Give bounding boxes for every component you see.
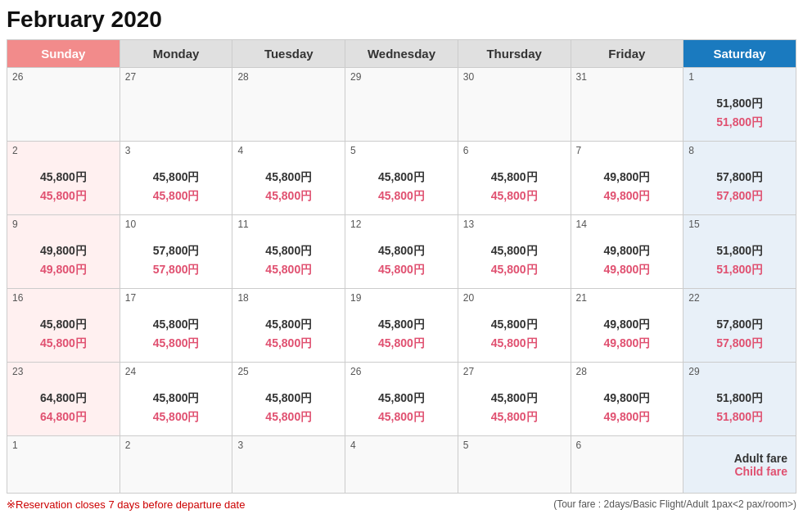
day-number: 10 — [125, 219, 136, 230]
day-number: 7 — [576, 145, 582, 156]
child-fare: 49,800円 — [603, 334, 650, 352]
child-fare: 45,800円 — [153, 408, 200, 426]
adult-fare: 45,800円 — [491, 389, 538, 407]
adult-fare: 45,800円 — [265, 389, 312, 407]
calendar-cell-28-col2: 28 — [232, 68, 345, 142]
day-number: 15 — [688, 219, 699, 230]
adult-fare: 45,800円 — [153, 389, 200, 407]
calendar-cell-29-col6: 2951,800円51,800円 — [683, 363, 796, 436]
calendar-cell-27-col4: 2745,800円45,800円 — [458, 363, 571, 436]
child-fare: 45,800円 — [378, 334, 425, 352]
child-fare: 49,800円 — [603, 187, 650, 205]
adult-fare: 57,800円 — [716, 315, 763, 333]
child-fare: 45,800円 — [153, 334, 200, 352]
day-number: 20 — [463, 292, 474, 304]
calendar-cell-9-col0: 949,800円49,800円 — [7, 215, 120, 289]
calendar-cell-3-col1: 345,800円45,800円 — [120, 142, 232, 215]
calendar-cell-11-col2: 1145,800円45,800円 — [232, 215, 345, 289]
fare-block: 45,800円45,800円 — [11, 300, 116, 367]
fare-block: 57,800円57,800円 — [124, 227, 229, 293]
fare-block: 45,800円45,800円 — [349, 374, 454, 440]
fare-block: 51,800円51,800円 — [687, 79, 792, 146]
day-number: 11 — [237, 219, 248, 230]
footer: ※Reservation closes 7 days before depart… — [7, 498, 796, 511]
fare-block: 49,800円49,800円 — [11, 227, 116, 293]
fare-block: 45,800円45,800円 — [462, 227, 567, 293]
child-fare: 45,800円 — [265, 334, 312, 352]
calendar-cell-30-col4: 30 — [458, 68, 571, 142]
fare-block: 45,800円45,800円 — [236, 227, 341, 293]
adult-fare: 49,800円 — [40, 241, 87, 259]
child-fare: 45,800円 — [40, 187, 87, 205]
child-fare: 45,800円 — [491, 408, 538, 426]
adult-fare: 45,800円 — [378, 389, 425, 407]
adult-fare: 64,800円 — [40, 389, 87, 407]
child-fare: 57,800円 — [153, 260, 200, 278]
child-fare: 45,800円 — [265, 260, 312, 278]
day-number: 24 — [125, 366, 136, 377]
day-number: 18 — [237, 292, 248, 304]
week-row-4: 2364,800円64,800円2445,800円45,800円2545,800… — [7, 363, 796, 436]
week-row-5: 123456Adult fareChild fare — [7, 436, 796, 494]
child-fare: 51,800円 — [716, 260, 763, 278]
calendar-cell-6-col4: 645,800円45,800円 — [458, 142, 571, 215]
header-thursday: Thursday — [458, 40, 571, 68]
adult-fare: 49,800円 — [603, 241, 650, 259]
adult-fare: 45,800円 — [153, 315, 200, 333]
child-fare: 49,800円 — [603, 260, 650, 278]
day-number: 1 — [12, 440, 18, 451]
day-number: 27 — [463, 366, 474, 377]
legend-adult-label: Adult fare — [687, 452, 787, 465]
fare-block: 45,800円45,800円 — [349, 153, 454, 219]
day-number: 31 — [576, 71, 587, 83]
fare-block: 49,800円49,800円 — [575, 153, 680, 219]
adult-fare: 49,800円 — [603, 168, 650, 186]
child-fare: 49,800円 — [40, 260, 87, 278]
adult-fare: 45,800円 — [40, 168, 87, 186]
calendar-cell-12-col3: 1245,800円45,800円 — [345, 215, 458, 289]
calendar-table: SundayMondayTuesdayWednesdayThursdayFrid… — [7, 39, 796, 494]
day-number: 16 — [12, 292, 23, 304]
child-fare: 51,800円 — [716, 408, 763, 426]
child-fare: 45,800円 — [491, 334, 538, 352]
day-number: 12 — [350, 219, 361, 230]
adult-fare: 45,800円 — [265, 168, 312, 186]
day-number: 22 — [688, 292, 699, 304]
calendar-cell-26-col3: 2645,800円45,800円 — [345, 363, 458, 436]
day-number: 17 — [125, 292, 136, 304]
calendar-cell-2-col0: 245,800円45,800円 — [7, 142, 120, 215]
day-number: 26 — [12, 71, 23, 83]
fare-block: 57,800円57,800円 — [687, 153, 792, 219]
day-number: 3 — [125, 145, 131, 156]
adult-fare: 45,800円 — [491, 168, 538, 186]
week-row-0: 262728293031151,800円51,800円 — [7, 68, 796, 142]
fare-block: 45,800円45,800円 — [462, 153, 567, 219]
day-number: 19 — [350, 292, 361, 304]
calendar-cell-20-col4: 2045,800円45,800円 — [458, 289, 571, 363]
day-number: 27 — [125, 71, 136, 83]
header-friday: Friday — [571, 40, 683, 68]
calendar-cell-6-col5: 6 — [571, 436, 683, 494]
calendar-cell-8-col6: 857,800円57,800円 — [683, 142, 796, 215]
calendar-cell-16-col0: 1645,800円45,800円 — [7, 289, 120, 363]
day-number: 23 — [12, 366, 23, 377]
calendar-cell-5-col4: 5 — [458, 436, 571, 494]
child-fare: 64,800円 — [40, 408, 87, 426]
adult-fare: 51,800円 — [716, 389, 763, 407]
header-tuesday: Tuesday — [232, 40, 345, 68]
child-fare: 45,800円 — [378, 187, 425, 205]
calendar-cell-29-col3: 29 — [345, 68, 458, 142]
fare-block: 45,800円45,800円 — [124, 153, 229, 219]
week-row-1: 245,800円45,800円345,800円45,800円445,800円45… — [7, 142, 796, 215]
week-row-3: 1645,800円45,800円1745,800円45,800円1845,800… — [7, 289, 796, 363]
child-fare: 45,800円 — [265, 187, 312, 205]
calendar-cell-3-col2: 3 — [232, 436, 345, 494]
child-fare: 45,800円 — [265, 408, 312, 426]
day-number: 3 — [237, 440, 243, 451]
fare-block: 45,800円45,800円 — [124, 300, 229, 367]
calendar-cell-25-col2: 2545,800円45,800円 — [232, 363, 345, 436]
calendar-cell-17-col1: 1745,800円45,800円 — [120, 289, 232, 363]
calendar-cell-1-col0: 1 — [7, 436, 120, 494]
header-sunday: Sunday — [7, 40, 120, 68]
calendar-cell-18-col2: 1845,800円45,800円 — [232, 289, 345, 363]
